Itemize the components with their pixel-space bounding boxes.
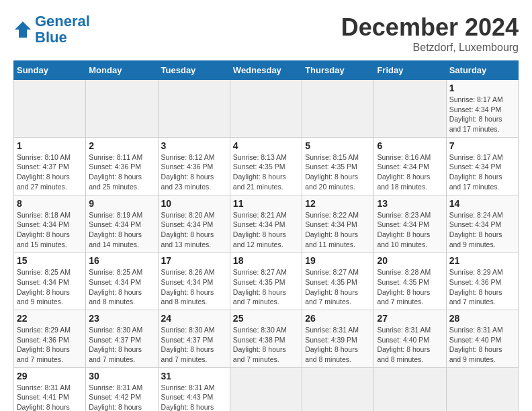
day-number: 1 [449, 83, 515, 93]
day-info: Sunrise: 8:11 AMSunset: 4:36 PMDaylight:… [89, 152, 154, 192]
calendar-cell [86, 80, 158, 138]
calendar-cell: 13Sunrise: 8:23 AMSunset: 4:34 PMDayligh… [374, 195, 446, 253]
calendar-cell: 15Sunrise: 8:25 AMSunset: 4:34 PMDayligh… [14, 253, 86, 310]
day-number: 7 [449, 140, 515, 151]
calendar-cell: 6Sunrise: 8:16 AMSunset: 4:34 PMDaylight… [374, 137, 446, 195]
day-info: Sunrise: 8:19 AMSunset: 4:34 PMDaylight:… [89, 210, 154, 250]
calendar-cell: 11Sunrise: 8:21 AMSunset: 4:34 PMDayligh… [230, 195, 302, 253]
svg-marker-0 [15, 21, 31, 38]
day-number: 20 [377, 255, 443, 266]
title-area: December 2024 Betzdorf, Luxembourg [341, 13, 519, 54]
calendar-cell: 12Sunrise: 8:22 AMSunset: 4:34 PMDayligh… [302, 195, 374, 253]
day-info: Sunrise: 8:25 AMSunset: 4:34 PMDaylight:… [17, 267, 83, 307]
calendar-cell: 17Sunrise: 8:26 AMSunset: 4:34 PMDayligh… [158, 253, 230, 310]
calendar-cell: 7Sunrise: 8:17 AMSunset: 4:34 PMDaylight… [446, 137, 518, 195]
day-info: Sunrise: 8:24 AMSunset: 4:34 PMDaylight:… [449, 210, 515, 250]
calendar-cell: 8Sunrise: 8:18 AMSunset: 4:34 PMDaylight… [14, 195, 86, 253]
day-info: Sunrise: 8:20 AMSunset: 4:34 PMDaylight:… [161, 210, 227, 250]
day-number: 4 [233, 140, 299, 151]
day-info: Sunrise: 8:16 AMSunset: 4:34 PMDaylight:… [377, 152, 443, 192]
calendar-cell: 26Sunrise: 8:31 AMSunset: 4:39 PMDayligh… [302, 310, 374, 368]
logo-text: General Blue [35, 13, 90, 46]
day-info: Sunrise: 8:31 AMSunset: 4:43 PMDaylight:… [161, 383, 227, 411]
day-header-tuesday: Tuesday [158, 61, 230, 80]
calendar-cell [230, 367, 302, 411]
calendar-cell: 4Sunrise: 8:13 AMSunset: 4:35 PMDaylight… [230, 137, 302, 195]
calendar-cell [446, 367, 518, 411]
day-info: Sunrise: 8:29 AMSunset: 4:36 PMDaylight:… [449, 267, 515, 307]
day-info: Sunrise: 8:30 AMSunset: 4:38 PMDaylight:… [233, 325, 299, 365]
calendar-cell: 30Sunrise: 8:31 AMSunset: 4:42 PMDayligh… [86, 367, 158, 411]
day-info: Sunrise: 8:10 AMSunset: 4:37 PMDaylight:… [17, 152, 83, 192]
calendar-week-3: 8Sunrise: 8:18 AMSunset: 4:34 PMDaylight… [14, 195, 519, 253]
calendar-week-6: 29Sunrise: 8:31 AMSunset: 4:41 PMDayligh… [14, 367, 519, 411]
calendar-cell: 19Sunrise: 8:27 AMSunset: 4:35 PMDayligh… [302, 253, 374, 310]
day-header-saturday: Saturday [446, 61, 518, 80]
calendar-cell: 22Sunrise: 8:29 AMSunset: 4:36 PMDayligh… [14, 310, 86, 368]
calendar-cell [374, 367, 446, 411]
day-info: Sunrise: 8:17 AMSunset: 4:34 PMDaylight:… [449, 95, 515, 134]
day-info: Sunrise: 8:25 AMSunset: 4:34 PMDaylight:… [89, 267, 154, 307]
day-info: Sunrise: 8:31 AMSunset: 4:40 PMDaylight:… [377, 325, 443, 365]
day-header-sunday: Sunday [14, 61, 86, 80]
day-info: Sunrise: 8:12 AMSunset: 4:36 PMDaylight:… [161, 152, 227, 192]
calendar-cell: 31Sunrise: 8:31 AMSunset: 4:43 PMDayligh… [158, 367, 230, 411]
calendar-cell: 21Sunrise: 8:29 AMSunset: 4:36 PMDayligh… [446, 253, 518, 310]
calendar-cell: 20Sunrise: 8:28 AMSunset: 4:35 PMDayligh… [374, 253, 446, 310]
day-number: 29 [17, 371, 83, 381]
day-info: Sunrise: 8:30 AMSunset: 4:37 PMDaylight:… [161, 325, 227, 365]
day-number: 13 [377, 198, 443, 209]
day-number: 30 [89, 371, 154, 381]
logo: General Blue [13, 13, 90, 46]
page-header: General Blue December 2024 Betzdorf, Lux… [13, 13, 519, 54]
calendar-cell [302, 367, 374, 411]
day-info: Sunrise: 8:29 AMSunset: 4:36 PMDaylight:… [17, 325, 83, 365]
calendar-cell: 24Sunrise: 8:30 AMSunset: 4:37 PMDayligh… [158, 310, 230, 368]
calendar-cell [302, 80, 374, 138]
day-number: 25 [233, 313, 299, 324]
calendar-cell: 28Sunrise: 8:31 AMSunset: 4:40 PMDayligh… [446, 310, 518, 368]
calendar-week-2: 1Sunrise: 8:10 AMSunset: 4:37 PMDaylight… [14, 137, 519, 195]
day-number: 27 [377, 313, 443, 324]
day-info: Sunrise: 8:15 AMSunset: 4:35 PMDaylight:… [305, 152, 371, 192]
day-header-thursday: Thursday [302, 61, 374, 80]
location: Betzdorf, Luxembourg [341, 42, 519, 54]
day-info: Sunrise: 8:18 AMSunset: 4:34 PMDaylight:… [17, 210, 83, 250]
day-number: 17 [161, 255, 227, 266]
calendar-cell: 9Sunrise: 8:19 AMSunset: 4:34 PMDaylight… [86, 195, 158, 253]
day-number: 22 [17, 313, 83, 324]
calendar-week-1: 1Sunrise: 8:17 AMSunset: 4:34 PMDaylight… [14, 80, 519, 138]
day-info: Sunrise: 8:28 AMSunset: 4:35 PMDaylight:… [377, 267, 443, 307]
day-number: 18 [233, 255, 299, 266]
day-info: Sunrise: 8:13 AMSunset: 4:35 PMDaylight:… [233, 152, 299, 192]
day-header-friday: Friday [374, 61, 446, 80]
day-info: Sunrise: 8:31 AMSunset: 4:39 PMDaylight:… [305, 325, 371, 365]
day-number: 16 [89, 255, 154, 266]
day-number: 14 [449, 198, 515, 209]
day-number: 31 [161, 371, 227, 381]
day-info: Sunrise: 8:27 AMSunset: 4:35 PMDaylight:… [233, 267, 299, 307]
calendar-cell: 27Sunrise: 8:31 AMSunset: 4:40 PMDayligh… [374, 310, 446, 368]
day-info: Sunrise: 8:22 AMSunset: 4:34 PMDaylight:… [305, 210, 371, 250]
day-number: 19 [305, 255, 371, 266]
day-number: 15 [17, 255, 83, 266]
day-info: Sunrise: 8:21 AMSunset: 4:34 PMDaylight:… [233, 210, 299, 250]
calendar-cell: 25Sunrise: 8:30 AMSunset: 4:38 PMDayligh… [230, 310, 302, 368]
day-number: 9 [89, 198, 154, 209]
day-number: 1 [17, 140, 83, 151]
month-title: December 2024 [341, 13, 519, 42]
calendar-cell [374, 80, 446, 138]
day-number: 21 [449, 255, 515, 266]
calendar-cell: 16Sunrise: 8:25 AMSunset: 4:34 PMDayligh… [86, 253, 158, 310]
day-header-wednesday: Wednesday [230, 61, 302, 80]
calendar-cell [230, 80, 302, 138]
calendar-cell: 23Sunrise: 8:30 AMSunset: 4:37 PMDayligh… [86, 310, 158, 368]
day-number: 23 [89, 313, 154, 324]
day-number: 3 [161, 140, 227, 151]
calendar-table: SundayMondayTuesdayWednesdayThursdayFrid… [13, 60, 519, 411]
day-number: 5 [305, 140, 371, 151]
day-number: 11 [233, 198, 299, 209]
calendar-cell: 29Sunrise: 8:31 AMSunset: 4:41 PMDayligh… [14, 367, 86, 411]
day-number: 12 [305, 198, 371, 209]
day-info: Sunrise: 8:23 AMSunset: 4:34 PMDaylight:… [377, 210, 443, 250]
